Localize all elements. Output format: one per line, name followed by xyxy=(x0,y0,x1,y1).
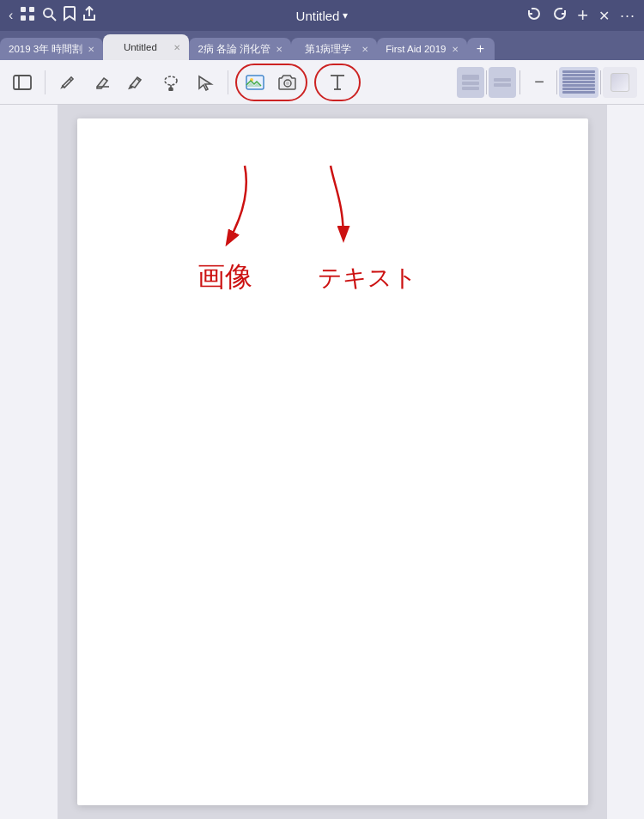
annotation-layer: 画像 テキスト xyxy=(77,118,588,805)
svg-text:テキスト: テキスト xyxy=(318,264,417,291)
close-button[interactable]: ✕ xyxy=(598,8,610,24)
title-bar-right: + ✕ ··· xyxy=(527,4,635,27)
more-button[interactable]: ··· xyxy=(620,7,635,25)
tab-label: 第1病理学 xyxy=(300,43,356,56)
image-button[interactable] xyxy=(239,67,271,98)
title-bar-left: ‹ xyxy=(9,6,96,25)
share-button[interactable] xyxy=(82,6,96,25)
tab-pathology[interactable]: 第1病理学 ✕ xyxy=(291,38,377,60)
svg-line-5 xyxy=(52,16,56,21)
marker-button[interactable] xyxy=(121,67,152,98)
redo-button[interactable] xyxy=(552,7,567,25)
minus-button[interactable]: − xyxy=(524,67,555,98)
toolbar-separator-5 xyxy=(600,70,601,94)
tab-close-icon[interactable]: ✕ xyxy=(88,45,94,54)
title-dropdown-icon[interactable]: ▾ xyxy=(343,9,348,21)
canvas-area[interactable]: 画像 テキスト xyxy=(58,105,606,819)
toolbar-separator-3 xyxy=(519,70,520,94)
lasso-button[interactable] xyxy=(155,67,186,98)
svg-rect-0 xyxy=(21,7,26,12)
page-panel-2[interactable] xyxy=(489,67,516,98)
toolbar: − xyxy=(0,60,644,105)
tab-close-icon[interactable]: ✕ xyxy=(173,43,180,52)
pencil-button[interactable] xyxy=(52,67,83,98)
svg-rect-3 xyxy=(29,15,34,21)
svg-text:画像: 画像 xyxy=(197,261,252,292)
undo-button[interactable] xyxy=(527,7,542,25)
toolbar-separator-4 xyxy=(556,70,557,94)
svg-rect-6 xyxy=(14,76,31,89)
tab-close-icon[interactable]: ✕ xyxy=(276,45,283,54)
back-button[interactable]: ‹ xyxy=(9,8,13,23)
tab-2019-schedule[interactable]: 2019 3年 時間割 ✕ xyxy=(0,38,103,60)
window-title: Untitled xyxy=(296,9,340,23)
svg-point-11 xyxy=(165,76,177,85)
svg-rect-2 xyxy=(21,15,26,21)
search-button[interactable] xyxy=(42,7,57,25)
page-panel-1[interactable] xyxy=(457,67,484,98)
text-button-wrapper xyxy=(314,64,361,101)
tab-close-icon[interactable]: ✕ xyxy=(452,45,459,54)
sidebar-right xyxy=(606,105,644,819)
image-camera-group xyxy=(235,64,307,101)
svg-rect-1 xyxy=(29,7,34,12)
mini-separator xyxy=(486,70,487,94)
eraser-button[interactable] xyxy=(87,67,118,98)
svg-point-13 xyxy=(169,88,173,91)
camera-button[interactable] xyxy=(271,67,304,98)
toolbar-right: − xyxy=(457,67,637,98)
svg-point-17 xyxy=(286,82,289,85)
sidebar-left xyxy=(0,105,58,819)
svg-point-4 xyxy=(44,9,52,17)
add-button[interactable]: + xyxy=(577,4,588,27)
page[interactable]: 画像 テキスト xyxy=(77,118,588,805)
svg-line-8 xyxy=(70,79,71,81)
toolbar-separator-2 xyxy=(228,70,228,94)
tab-new[interactable]: + xyxy=(467,38,495,60)
main-content: 画像 テキスト xyxy=(0,105,644,819)
tab-first-aid[interactable]: First Aid 2019 ✕ xyxy=(377,38,466,60)
tab-untitled[interactable]: Untitled ✕ xyxy=(103,34,189,60)
bookmark-button[interactable] xyxy=(64,6,76,25)
grid-button[interactable] xyxy=(20,6,35,25)
tab-close-icon[interactable]: ✕ xyxy=(361,45,368,54)
sidebar-toggle-button[interactable] xyxy=(7,67,38,98)
tab-label: 2病 各論 消化管 xyxy=(197,43,270,56)
color-panel[interactable] xyxy=(603,67,637,98)
select-button[interactable] xyxy=(190,67,221,98)
title-bar: ‹ Untitled xyxy=(0,0,644,31)
tab-label: First Aid 2019 xyxy=(386,44,446,54)
style-panel[interactable] xyxy=(559,67,598,98)
text-button[interactable] xyxy=(321,67,354,98)
title-bar-center: Untitled ▾ xyxy=(296,9,349,23)
toolbar-separator-1 xyxy=(45,70,46,94)
tab-digestive[interactable]: 2病 各論 消化管 ✕ xyxy=(189,38,291,60)
tab-label: Untitled xyxy=(112,42,168,52)
tab-label: 2019 3年 時間割 xyxy=(9,43,82,56)
new-tab-icon: + xyxy=(477,41,484,57)
tab-bar: 2019 3年 時間割 ✕ Untitled ✕ 2病 各論 消化管 ✕ 第1病… xyxy=(0,31,644,60)
